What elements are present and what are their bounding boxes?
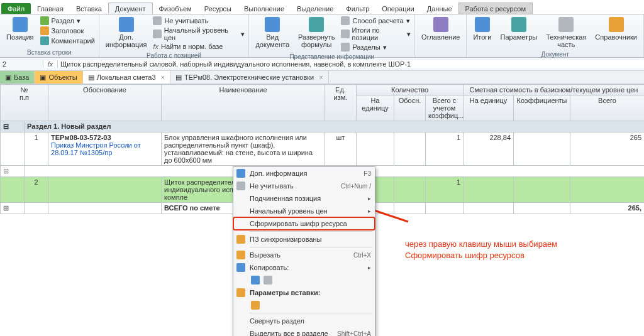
spravochniki-button[interactable]: Справочники [592,16,640,42]
group-title-view: Представление информации [253,52,411,60]
group-title-position: Работа с позицией [103,51,245,59]
totals-icon [341,30,349,38]
level-icon [153,30,161,38]
sections-icon [341,43,350,51]
ctx-pz-sync[interactable]: ПЗ синхронизированы [233,233,375,246]
exclude-icon [236,182,245,190]
tab-insert[interactable]: Вставка [70,3,108,14]
col-ed: Ед. изм. [325,85,357,121]
col-kob: Обосн. [394,95,426,121]
close-icon[interactable]: × [161,73,165,81]
toc-icon [433,17,448,32]
formula-value[interactable]: Щиток распределительный силовой, наборны… [58,60,644,68]
tab-term[interactable]: ▤ТЕРм08. Электротехнические установки× [170,71,329,84]
link-prikaz[interactable]: Приказ Минстроя России от 28.09.17 №1305… [51,141,141,156]
position-icon [13,17,28,32]
tab-file[interactable]: Файл [1,3,31,14]
paste-alt-icon [264,276,272,285]
calc-icon [341,16,350,25]
ctx-nach[interactable]: Начальный уровень цен▸ [233,205,375,217]
ctx-paste-params[interactable]: Параметры вставки: [233,286,375,299]
folder-icon: ▣ [40,73,46,82]
group-title-doc: Документ [470,50,640,58]
tech-icon [558,17,574,32]
close-icon[interactable]: × [319,73,323,81]
context-menu: Доп. информацияF3 Не учитыватьCtrl+Num /… [233,166,375,336]
col-sna: На единицу [464,95,514,121]
tab-work-resource[interactable]: Работа с ресурсом [458,3,533,14]
ctx-podch[interactable]: Подчиненная позиция▸ [233,192,375,205]
cell-address[interactable]: 2 [0,60,43,68]
info-icon [119,17,134,32]
vid-doc-button[interactable]: Вид документа [253,16,292,50]
table-row[interactable]: 1 ТЕРм08-03-572-03Приказ Минстроя России… [1,133,645,166]
tab-selection[interactable]: Выделение [291,3,340,14]
zagolovok-button[interactable]: Заголовок [40,26,95,36]
tab-fizobem[interactable]: Физобъем [153,3,198,14]
ctx-neuch[interactable]: Не учитыватьCtrl+Num / [233,180,375,192]
razdel-icon [40,16,49,25]
chevron-right-icon: ▸ [368,264,371,271]
info-icon [236,169,245,178]
find-norm-button[interactable]: fxНайти в норм. базе [153,42,245,51]
itogi-pos-button[interactable]: Итоги по позиции ▾ [341,26,411,42]
tab-document[interactable]: Документ [108,3,153,14]
svg-line-0 [372,210,408,222]
sposob-button[interactable]: Способ расчета ▾ [341,16,411,26]
ctx-copy-opts[interactable] [233,274,375,286]
ctx-select-all[interactable]: Выделить все в разделеShift+Ctrl+A [233,327,375,336]
tab-filter[interactable]: Фильтр [340,3,375,14]
col-kvs: Всего с учетом коэффиц... [426,95,464,121]
doc-icon: ▤ [175,73,182,82]
col-obos: Обоснование [48,85,162,121]
ctx-cut[interactable]: ВырезатьCtrl+X [233,249,375,261]
nach-uroven-button[interactable]: Начальный уровень цен ▾ [153,26,245,42]
annotation-text: через правую клавишу мыши выбираем Сформ… [405,239,557,261]
itogi-icon [475,17,490,32]
fx-icon: fx [153,43,158,50]
oglavlenie-button[interactable]: Оглавление [419,16,462,42]
expand-icon [309,17,324,32]
check-icon [236,235,245,244]
scissors-icon [236,251,245,259]
col-kna: На единицу [357,95,394,121]
tab-home[interactable]: Главная [31,3,70,14]
ctx-dop-info[interactable]: Доп. информацияF3 [233,167,375,180]
books-icon [609,17,624,32]
neuch-button[interactable]: Не учитывать [153,16,245,26]
copy-icon [236,263,245,272]
kommentariy-button[interactable]: Комментарий [40,36,95,46]
itogi-button[interactable]: Итоги [470,16,494,42]
tech-chast-button[interactable]: Техническая часть [543,16,589,50]
section-row[interactable]: ⊟Раздел 1. Новый раздел [1,121,645,133]
ctx-paste-opts[interactable] [233,299,375,312]
razvernut-button[interactable]: Развернуть формулы [296,16,337,50]
clipboard-icon [236,288,245,297]
paste-opt-icon [251,301,260,310]
parametry-button[interactable]: Параметры [498,16,540,42]
col-naim: Наименование [162,85,325,121]
razdely-button[interactable]: Разделы ▾ [341,42,411,52]
exclude-icon [153,16,162,25]
razdel-button[interactable]: Раздел ▾ [40,16,95,26]
col-n: № п.п [1,85,48,121]
tab-operations[interactable]: Операции [375,3,420,14]
workspace-tabs: ▣База ▣Объекты ▤Локальная смета3× ▤ТЕРм0… [0,71,644,84]
tab-exec[interactable]: Выполнение [238,3,291,14]
group-title-insert: Вставка строки [4,48,95,56]
tab-objects[interactable]: ▣Объекты [35,71,82,84]
col-kol: Количество [357,85,464,95]
folder-icon: ▣ [5,73,11,82]
tab-smeta[interactable]: ▤Локальная смета3× [83,71,170,84]
position-button[interactable]: Позиция [4,16,36,42]
ribbon: Позиция Раздел ▾ Заголовок Комментарий В… [0,14,644,58]
ctx-form-shifr[interactable]: Сформировать шифр ресурса [233,217,375,230]
dop-info-button[interactable]: Доп. информация [103,16,150,50]
col-sko: Коэффициенты [514,95,570,121]
tab-resources[interactable]: Ресурсы [198,3,238,14]
paste-icon [251,276,260,285]
tab-baza[interactable]: ▣База [0,71,35,84]
tab-data[interactable]: Данные [421,3,458,14]
ctx-copy[interactable]: Копировать:▸ [233,261,375,274]
ctx-svernut[interactable]: Свернуть раздел [233,315,375,327]
